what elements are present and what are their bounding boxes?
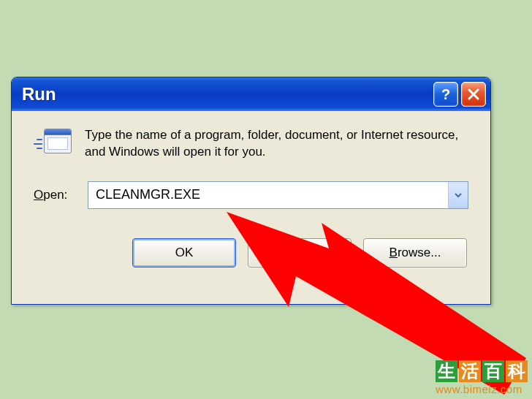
cancel-button[interactable]: Cancel [248,238,352,267]
help-icon: ? [441,86,450,103]
open-input[interactable] [88,182,448,208]
combo-dropdown-button[interactable] [448,182,468,208]
close-button[interactable] [461,82,486,107]
instruction-text: Type the name of a program, folder, docu… [85,127,465,161]
window-title: Run [22,84,430,104]
run-dialog: Run ? Type the name of a program, folder… [11,77,491,305]
watermark-url: www.bimeiz.com [436,384,528,395]
open-combobox[interactable] [88,181,468,209]
chevron-down-icon [454,191,463,200]
titlebar[interactable]: Run ? [12,77,490,111]
run-dialog-icon [34,129,72,159]
watermark: 生 活 百 科 www.bimeiz.com [436,360,528,395]
dialog-client-area: Type the name of a program, folder, docu… [15,111,487,301]
watermark-logo: 生 活 百 科 [436,360,528,382]
close-icon [467,88,480,101]
dialog-button-row: OK Cancel Browse... [34,238,468,267]
open-label: Open: [34,188,77,202]
browse-button[interactable]: Browse... [363,238,467,267]
help-button[interactable]: ? [433,82,458,107]
ok-button[interactable]: OK [132,238,236,267]
